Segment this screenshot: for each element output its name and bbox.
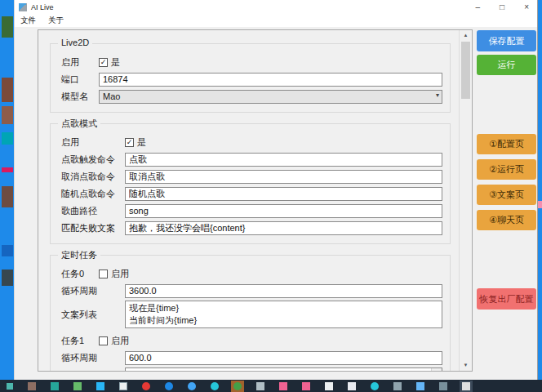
row-label: 循环周期 [61,352,125,364]
config-form: Live2D 启用 ✓ 是 端口 模型名 Mao ▾ [38,30,459,371]
scroll-up-icon[interactable]: ▲ [460,30,472,41]
copy-list-textarea[interactable]: 现在是{time} 当前时间为{time} [125,301,442,328]
row-song-enable: 启用 ✓ 是 [61,135,442,149]
checkbox-label: 是 [111,56,120,69]
taskbar-app-icon[interactable] [7,383,13,390]
taskbar-app-icon[interactable] [119,382,127,390]
row-task0: 任务0 启用 [61,266,442,281]
checkbox-label: 启用 [111,335,129,347]
song-path-input[interactable] [125,204,442,218]
trigger-cmd-input[interactable] [125,153,442,167]
taskbar-app-icon[interactable] [28,382,36,390]
group-title: Live2D [58,38,92,47]
taskbar-app-icon[interactable] [393,382,402,390]
row-port: 端口 [61,72,442,87]
port-input[interactable] [99,73,442,87]
scroll-down-icon[interactable]: ▼ [460,360,472,371]
page-copy-button[interactable]: ③文案页 [477,185,536,205]
desktop-icon-fragment [2,16,13,38]
menu-item-file[interactable]: 文件 [20,16,36,26]
menubar: 文件 关于 [15,15,537,27]
taskbar-app-icon[interactable] [51,382,59,390]
model-select[interactable]: Mao ▾ [99,90,442,104]
group-timer-tasks: 定时任务 任务0 启用 循环周期 文案列表 现在是{time} 当前时间为{ti… [50,255,451,371]
group-title: 点歌模式 [58,118,100,130]
page-config-button[interactable]: ①配置页 [477,134,536,154]
taskbar-app-icon[interactable] [233,382,242,390]
window-title: AI Live [31,3,54,11]
minimize-button[interactable]: – [476,3,481,11]
taskbar-app-icon[interactable] [325,382,333,390]
row-copy-list-2: 感谢还在观看直播的{user_num}位兄弟姐妹们 ▲ [61,368,442,371]
fail-text-input[interactable] [125,221,442,235]
maximize-button[interactable]: □ [500,3,504,11]
save-config-button[interactable]: 保存配置 [477,30,536,51]
page-run-button[interactable]: ②运行页 [477,159,536,180]
cancel-cmd-input[interactable] [125,170,442,184]
page-chat-button[interactable]: ④聊天页 [477,210,536,230]
group-song-mode: 点歌模式 启用 ✓ 是 点歌触发命令 取消点歌命令 [50,123,451,244]
group-title: 定时任务 [58,249,100,261]
row-label: 歌曲路径 [61,205,125,217]
desktop-icon-fragment [2,132,13,145]
taskbar-active-highlight [231,381,244,392]
row-task1: 任务1 启用 [61,333,442,348]
taskbar-app-icon[interactable] [462,382,470,390]
cycle1-input[interactable] [125,351,442,365]
taskbar-app-icon[interactable] [96,382,104,390]
row-label: 点歌触发命令 [61,154,125,166]
song-enable-checkbox[interactable]: ✓ [125,138,134,147]
taskbar-app-icon[interactable] [256,382,264,390]
taskbar-app-icon[interactable] [439,382,447,390]
live2d-enable-checkbox[interactable]: ✓ [99,58,108,67]
scrollbar-thumb[interactable] [461,42,470,99]
close-button[interactable]: × [524,3,529,11]
checkmark-icon: ✓ [100,59,107,66]
panel-scrollbar[interactable]: ▲ ▼ [459,30,472,371]
taskbar-app-icon[interactable] [188,382,196,390]
app-window: AI Live – □ × 文件 关于 Live2D 启用 ✓ 是 [14,0,538,380]
row-label: 任务1 [61,335,99,347]
cycle0-input[interactable] [125,284,442,298]
client-area: Live2D 启用 ✓ 是 端口 模型名 Mao ▾ [15,27,537,380]
taskbar-app-icon[interactable] [348,382,356,390]
taskbar[interactable] [0,380,542,392]
taskbar-app-icon[interactable] [279,382,287,390]
task1-enable-checkbox[interactable] [99,336,108,345]
taskbar-app-icon[interactable] [416,382,424,390]
taskbar-app-icon[interactable] [302,382,310,390]
model-select-value: Mao [103,91,120,101]
row-label: 端口 [61,74,99,86]
textarea-scrollbar[interactable]: ▲ [431,368,442,371]
taskbar-app-icon[interactable] [73,382,82,390]
desktop-icon-fragment [2,186,13,207]
row-label: 模型名 [61,91,99,103]
sidebar: 保存配置 运行 ①配置页 ②运行页 ③文案页 ④聊天页 恢复出厂配置 [477,27,536,380]
row-cancel-cmd: 取消点歌命令 [61,169,442,184]
row-label: 文案列表 [61,309,125,321]
row-trigger-cmd: 点歌触发命令 [61,152,442,167]
desktop-icon-fragment [2,106,13,124]
run-button[interactable]: 运行 [477,55,536,75]
desktop-icon-fragment [2,167,13,172]
taskbar-app-icon[interactable] [211,382,219,390]
menu-item-about[interactable]: 关于 [48,16,64,26]
copy-list-2-textarea[interactable]: 感谢还在观看直播的{user_num}位兄弟姐妹们 ▲ [125,368,442,371]
row-label: 匹配失败文案 [61,222,125,234]
taskbar-app-icon[interactable] [142,382,150,390]
random-cmd-input[interactable] [125,187,442,201]
row-fail-text: 匹配失败文案 [61,220,442,235]
desktop-icon-fragment [538,201,542,208]
row-live2d-enable: 启用 ✓ 是 [61,55,442,69]
row-cycle1: 循环周期 [61,350,442,365]
task0-enable-checkbox[interactable] [99,270,108,278]
desktop-icon-fragment [2,270,13,286]
group-live2d: Live2D 启用 ✓ 是 端口 模型名 Mao ▾ [50,43,451,113]
desktop-icon-fragment [2,245,13,256]
row-label: 随机点歌命令 [61,188,125,200]
taskbar-app-icon[interactable] [371,382,379,390]
taskbar-app-icon[interactable] [165,382,173,390]
row-label: 启用 [61,136,125,149]
titlebar[interactable]: AI Live – □ × [15,0,537,15]
factory-reset-button[interactable]: 恢复出厂配置 [477,288,536,310]
